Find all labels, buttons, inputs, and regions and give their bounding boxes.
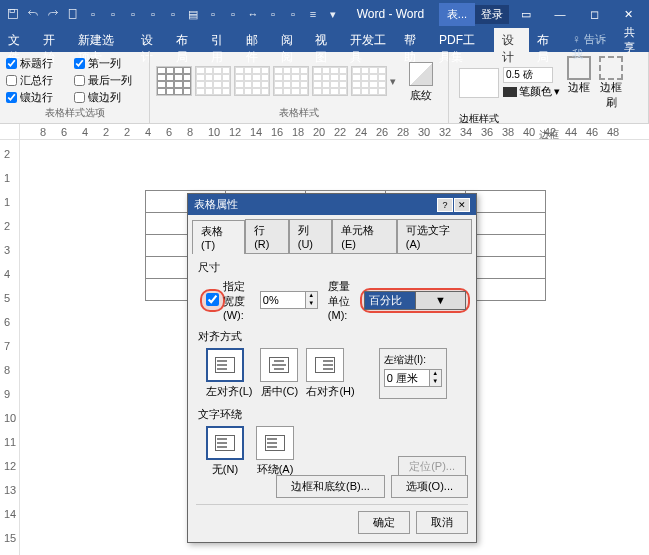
- ribbon-group-label: 表格样式选项: [6, 106, 143, 121]
- svg-rect-2: [69, 10, 76, 19]
- tab-table[interactable]: 表格(T): [192, 220, 245, 254]
- border-style-dropdown[interactable]: [459, 68, 499, 98]
- ribbon-options-icon[interactable]: ▭: [509, 0, 543, 28]
- chk-total-row[interactable]: 汇总行: [6, 73, 64, 88]
- width-spinner[interactable]: ▲▼: [260, 291, 318, 309]
- ribbon-style-options: 标题行 第一列 汇总行 最后一列 镶边行 镶边列 表格样式选项: [0, 52, 150, 123]
- tab-col[interactable]: 列(U): [289, 219, 333, 253]
- qat-icon[interactable]: ▫: [204, 5, 222, 23]
- qat-icon[interactable]: ≡: [304, 5, 322, 23]
- table-tools-context: 表...: [439, 3, 475, 26]
- menu-references[interactable]: 引用: [203, 28, 238, 52]
- table-style-thumb[interactable]: [273, 66, 309, 96]
- tab-alt[interactable]: 可选文字(A): [397, 219, 472, 253]
- qat-icon[interactable]: ▫: [104, 5, 122, 23]
- save-icon[interactable]: [4, 5, 22, 23]
- minimize-icon[interactable]: —: [543, 0, 577, 28]
- qat-icon[interactable]: ↔: [244, 5, 262, 23]
- align-right-option[interactable]: 右对齐(H): [306, 348, 354, 399]
- menu-mail[interactable]: 邮件: [238, 28, 273, 52]
- wrap-section-label: 文字环绕: [198, 407, 466, 422]
- chk-header-row[interactable]: 标题行: [6, 56, 64, 71]
- menu-bar: 文件 开始 新建选项卡 设计 布局 引用 邮件 阅阅 视图 开发工具 帮助 PD…: [0, 28, 649, 52]
- qat-icon[interactable]: ▫: [84, 5, 102, 23]
- undo-icon[interactable]: [24, 5, 42, 23]
- dialog-tabs: 表格(T) 行(R) 列(U) 单元格(E) 可选文字(A): [188, 215, 476, 253]
- close-icon[interactable]: ✕: [611, 0, 645, 28]
- menu-table-layout[interactable]: 布局: [529, 28, 564, 52]
- maximize-icon[interactable]: ◻: [577, 0, 611, 28]
- unit-label: 度量单位(M):: [328, 279, 360, 321]
- dialog-help-icon[interactable]: ?: [437, 198, 453, 212]
- share-button[interactable]: 共享: [616, 28, 649, 52]
- tab-cell[interactable]: 单元格(E): [332, 219, 396, 253]
- menu-file[interactable]: 文件: [0, 28, 35, 52]
- title-bar: ▫ ▫ ▫ ▫ ▫ ▤ ▫ ▫ ↔ ▫ ▫ ≡ ▾ Word - Word 表.…: [0, 0, 649, 28]
- indent-group: 左缩进(I): ▲▼: [379, 348, 447, 399]
- menu-developer[interactable]: 开发工具: [342, 28, 396, 52]
- chk-banded-col[interactable]: 镶边列: [74, 90, 143, 105]
- menu-table-design[interactable]: 设计: [494, 28, 529, 52]
- table-style-thumb[interactable]: [156, 66, 192, 96]
- qat-icon[interactable]: ▫: [284, 5, 302, 23]
- border-width-input[interactable]: [503, 67, 553, 83]
- quick-access-toolbar: ▫ ▫ ▫ ▫ ▫ ▤ ▫ ▫ ↔ ▫ ▫ ≡ ▾: [4, 5, 342, 23]
- qat-icon[interactable]: ▫: [224, 5, 242, 23]
- menu-design[interactable]: 设计: [133, 28, 168, 52]
- menu-view[interactable]: 视图: [307, 28, 342, 52]
- ribbon-borders: 笔颜色▾ 边框 边框刷 边框样式 边框: [449, 52, 649, 123]
- tab-row[interactable]: 行(R): [245, 219, 289, 253]
- styles-more-icon[interactable]: ▾: [390, 75, 402, 88]
- chk-last-col[interactable]: 最后一列: [74, 73, 143, 88]
- shading-button[interactable]: 底纹: [405, 60, 437, 103]
- align-section-label: 对齐方式: [198, 329, 466, 344]
- dialog-title: 表格属性: [194, 197, 238, 212]
- qat-icon[interactable]: ▫: [144, 5, 162, 23]
- border-shading-button[interactable]: 边框和底纹(B)...: [276, 475, 385, 498]
- ruler-vertical: 21123456789101112131415: [0, 140, 20, 555]
- new-icon[interactable]: [64, 5, 82, 23]
- qat-icon[interactable]: ▫: [124, 5, 142, 23]
- menu-home[interactable]: 开始: [35, 28, 70, 52]
- border-painter-button[interactable]: 边框刷: [596, 56, 626, 110]
- qat-icon[interactable]: ▫: [264, 5, 282, 23]
- preferred-width-checkbox[interactable]: [206, 293, 219, 306]
- pen-color-icon[interactable]: [503, 87, 517, 97]
- menu-pdf[interactable]: PDF工具集: [431, 28, 494, 52]
- size-section-label: 尺寸: [198, 260, 466, 275]
- table-style-thumb[interactable]: [195, 66, 231, 96]
- options-button[interactable]: 选项(O)...: [391, 475, 468, 498]
- indent-spinner[interactable]: ▲▼: [384, 369, 442, 387]
- dialog-close-icon[interactable]: ✕: [454, 198, 470, 212]
- border-button[interactable]: 边框: [564, 56, 594, 110]
- ok-button[interactable]: 确定: [358, 511, 410, 534]
- menu-review[interactable]: 阅阅: [273, 28, 308, 52]
- align-center-option[interactable]: 居中(C): [260, 348, 298, 399]
- qat-icon[interactable]: ▤: [184, 5, 202, 23]
- table-style-thumb[interactable]: [312, 66, 348, 96]
- login-button[interactable]: 登录: [475, 5, 509, 24]
- menu-help[interactable]: 帮助: [396, 28, 431, 52]
- tell-me[interactable]: ♀ 告诉我: [564, 28, 616, 52]
- cancel-button[interactable]: 取消: [416, 511, 468, 534]
- ribbon-group-label: 表格样式: [156, 106, 442, 121]
- menu-layout[interactable]: 布局: [168, 28, 203, 52]
- table-style-thumb[interactable]: [351, 66, 387, 96]
- qat-dropdown-icon[interactable]: ▾: [324, 5, 342, 23]
- chk-banded-row[interactable]: 镶边行: [6, 90, 64, 105]
- border-painter-icon: [599, 56, 623, 80]
- svg-rect-1: [10, 10, 15, 13]
- shading-icon: [409, 62, 433, 86]
- qat-icon[interactable]: ▫: [164, 5, 182, 23]
- ribbon: 标题行 第一列 汇总行 最后一列 镶边行 镶边列 表格样式选项 ▾ 底纹 表格样…: [0, 52, 649, 124]
- preferred-width-label: 指定宽度(W):: [223, 279, 256, 321]
- redo-icon[interactable]: [44, 5, 62, 23]
- table-properties-dialog: 表格属性 ? ✕ 表格(T) 行(R) 列(U) 单元格(E) 可选文字(A) …: [187, 193, 477, 543]
- dialog-titlebar[interactable]: 表格属性 ? ✕: [188, 194, 476, 215]
- ribbon-table-styles: ▾ 底纹 表格样式: [150, 52, 449, 123]
- table-style-thumb[interactable]: [234, 66, 270, 96]
- menu-newtab[interactable]: 新建选项卡: [70, 28, 133, 52]
- unit-combo[interactable]: 百分比▼: [364, 291, 466, 310]
- chk-first-col[interactable]: 第一列: [74, 56, 143, 71]
- align-left-option[interactable]: 左对齐(L): [206, 348, 252, 399]
